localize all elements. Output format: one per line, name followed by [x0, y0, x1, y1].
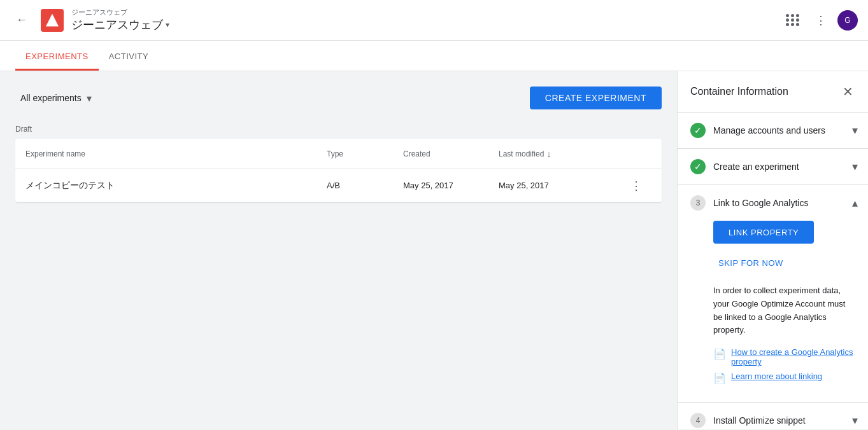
- more-icon: ⋮: [815, 13, 827, 27]
- avatar[interactable]: G: [837, 10, 858, 31]
- table-row: メインコピーのテスト A/B May 25, 2017 May 25, 2017…: [15, 169, 662, 202]
- account-name-small: ジーニアスウェブ: [71, 8, 169, 17]
- step-4-label: Install Optimize snippet: [713, 415, 852, 426]
- step-3-link-item-1: 📄 How to create a Google Analytics prope…: [713, 347, 855, 366]
- step-4-indicator: 4: [690, 413, 706, 428]
- row-more-icon: ⋮: [630, 179, 642, 193]
- tab-activity[interactable]: ACTIVITY: [99, 43, 159, 71]
- filter-bar: All experiments ▾ CREATE EXPERIMENT: [15, 87, 662, 109]
- step-3-label: Link to Google Analytics: [713, 198, 852, 208]
- step-3-number: 3: [696, 198, 701, 207]
- cell-experiment-type: A/B: [327, 181, 403, 190]
- experiment-table: Experiment name Type Created Last modifi…: [15, 139, 662, 202]
- grid-menu-button[interactable]: [781, 9, 804, 32]
- panel-step-4: 4 Install Optimize snippet ▾: [678, 403, 868, 429]
- step-3-chevron: ▴: [852, 196, 858, 210]
- step-3-links: 📄 How to create a Google Analytics prope…: [713, 347, 855, 384]
- topbar-left: ← ジーニアスウェブ ジーニアスウェブ ▾: [10, 8, 781, 32]
- tabbar: EXPERIMENTS ACTIVITY: [0, 41, 868, 71]
- back-icon: ←: [16, 13, 27, 27]
- step-4-chevron: ▾: [852, 413, 858, 427]
- create-experiment-button[interactable]: CREATE EXPERIMENT: [530, 87, 662, 109]
- step-1-check: ✓: [694, 125, 702, 135]
- row-more-button[interactable]: ⋮: [626, 176, 646, 196]
- cell-experiment-name: メインコピーのテスト: [25, 180, 327, 191]
- right-panel: Container Information ✕ ✓ Manage account…: [677, 71, 868, 429]
- panel-title: Container Information: [690, 86, 788, 97]
- step-3-description: In order to collect experiment data, you…: [713, 284, 855, 337]
- create-analytics-link[interactable]: How to create a Google Analytics propert…: [731, 347, 855, 366]
- step-1-chevron: ▾: [852, 123, 858, 137]
- grid-icon: [786, 14, 800, 26]
- app-logo: [41, 9, 64, 32]
- header-name: Experiment name: [25, 149, 327, 158]
- panel-step-3-header[interactable]: 3 Link to Google Analytics ▴: [678, 185, 868, 221]
- topbar: ← ジーニアスウェブ ジーニアスウェブ ▾: [0, 0, 868, 41]
- skip-for-now-button[interactable]: SKIP FOR NOW: [713, 251, 788, 274]
- step-4-number: 4: [696, 416, 701, 425]
- header-created: Created: [403, 149, 499, 158]
- content-area: All experiments ▾ CREATE EXPERIMENT Draf…: [0, 71, 677, 429]
- panel-step-1-header[interactable]: ✓ Manage accounts and users ▾: [678, 113, 868, 148]
- app-logo-shape: [46, 14, 59, 27]
- panel-step-1: ✓ Manage accounts and users ▾: [678, 113, 868, 149]
- step-1-indicator: ✓: [690, 123, 706, 138]
- account-info: ジーニアスウェブ ジーニアスウェブ ▾: [71, 8, 169, 32]
- filter-label: All experiments: [20, 93, 82, 103]
- doc-icon-2: 📄: [713, 372, 726, 384]
- back-button[interactable]: ←: [10, 9, 33, 32]
- panel-header: Container Information ✕: [678, 71, 868, 113]
- step-2-chevron: ▾: [852, 160, 858, 174]
- filter-select[interactable]: All experiments ▾: [15, 90, 97, 107]
- step-2-label: Create an experiment: [713, 162, 852, 172]
- header-type: Type: [327, 149, 403, 158]
- header-last-modified[interactable]: Last modified ↓: [499, 149, 626, 159]
- panel-step-3: 3 Link to Google Analytics ▴ LINK PROPER…: [678, 185, 868, 403]
- close-panel-icon: ✕: [843, 84, 853, 99]
- panel-step-4-header[interactable]: 4 Install Optimize snippet ▾: [678, 403, 868, 429]
- cell-last-modified-date: May 25, 2017: [499, 181, 626, 190]
- more-options-button[interactable]: ⋮: [809, 9, 832, 32]
- doc-icon-1: 📄: [713, 348, 726, 360]
- step-2-check: ✓: [694, 162, 702, 172]
- step-2-indicator: ✓: [690, 159, 706, 174]
- step-3-indicator: 3: [690, 195, 706, 211]
- cell-created-date: May 25, 2017: [403, 181, 499, 190]
- step-1-label: Manage accounts and users: [713, 125, 852, 135]
- account-dropdown-arrow: ▾: [166, 20, 169, 29]
- main-layout: All experiments ▾ CREATE EXPERIMENT Draf…: [0, 71, 868, 429]
- step-3-link-item-2: 📄 Learn more about linking: [713, 371, 855, 384]
- link-property-button[interactable]: LINK PROPERTY: [713, 221, 814, 244]
- cell-row-actions: ⋮: [626, 176, 651, 196]
- sort-arrow-icon: ↓: [546, 149, 551, 159]
- table-header: Experiment name Type Created Last modifi…: [15, 139, 662, 169]
- panel-step-2-header[interactable]: ✓ Create an experiment ▾: [678, 149, 868, 184]
- account-name-large[interactable]: ジーニアスウェブ ▾: [71, 17, 169, 32]
- panel-step-3-content: LINK PROPERTY SKIP FOR NOW In order to c…: [678, 221, 868, 402]
- panel-step-2: ✓ Create an experiment ▾: [678, 149, 868, 185]
- filter-chevron: ▾: [87, 92, 92, 104]
- learn-more-linking[interactable]: Learn more about linking: [731, 371, 822, 381]
- close-panel-button[interactable]: ✕: [837, 81, 858, 102]
- topbar-right: ⋮ G: [781, 9, 858, 32]
- draft-label: Draft: [15, 125, 662, 134]
- tab-experiments[interactable]: EXPERIMENTS: [15, 43, 99, 71]
